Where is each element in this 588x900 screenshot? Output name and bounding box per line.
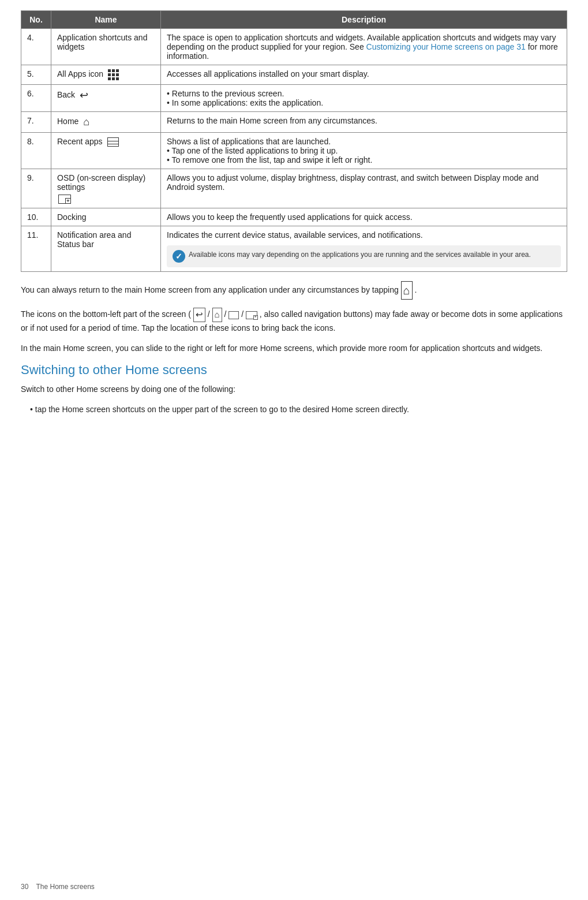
section-intro: Switch to other Home screens by doing on… — [21, 383, 567, 395]
info-icon: ✓ — [173, 250, 185, 263]
row-name: Docking — [51, 208, 161, 226]
home-icon-inline: ⌂ — [401, 281, 413, 300]
para-home-screens: In the main Home screen, you can slide t… — [21, 342, 567, 354]
section-heading: Switching to other Home screens — [21, 363, 567, 378]
row-no: 10. — [21, 208, 51, 226]
table-row: 9. OSD (on-screen display) settings + Al… — [21, 169, 567, 208]
row-name: Back ↩ — [51, 85, 161, 112]
page-number: 30 — [21, 883, 28, 891]
col-header-desc: Description — [161, 11, 567, 29]
recent-apps-icon — [107, 137, 119, 147]
main-table: No. Name Description 4. Application shor… — [21, 10, 567, 272]
row-no: 4. — [21, 29, 51, 65]
row-name: All Apps icon — [51, 65, 161, 85]
row-name: OSD (on-screen display) settings + — [51, 169, 161, 208]
row-name: Application shortcuts and widgets — [51, 29, 161, 65]
row-desc: Shows a list of applications that are la… — [161, 133, 567, 169]
row-no: 6. — [21, 85, 51, 112]
osd-icon: + — [58, 195, 71, 204]
row-name: Notification area and Status bar — [51, 226, 161, 272]
back-icon: ↩ — [80, 89, 88, 102]
row-desc: Indicates the current device status, ava… — [161, 226, 567, 272]
row-no: 9. — [21, 169, 51, 208]
table-row: 11. Notification area and Status bar Ind… — [21, 226, 567, 272]
osd-plus-icon: + — [65, 198, 71, 204]
link-customizing[interactable]: Customizing your Home screens on page 31 — [366, 42, 526, 51]
table-row: 7. Home ⌂ Returns to the main Home scree… — [21, 112, 567, 133]
chapter-title: The Home screens — [36, 883, 94, 891]
table-row: 10. Docking Allows you to keep the frequ… — [21, 208, 567, 226]
para-home-return: You can always return to the main Home s… — [21, 281, 567, 300]
home-icon-small: ⌂ — [212, 308, 222, 322]
note-text: Available icons may vary depending on th… — [189, 250, 531, 260]
row-desc: The space is open to application shortcu… — [161, 29, 567, 65]
recent-apps-icon-small — [229, 311, 239, 319]
row-name: Recent apps — [51, 133, 161, 169]
row-desc: Allows you to adjust volume, display bri… — [161, 169, 567, 208]
table-row: 4. Application shortcuts and widgets The… — [21, 29, 567, 65]
col-header-no: No. — [21, 11, 51, 29]
col-header-name: Name — [51, 11, 161, 29]
table-row: 8. Recent apps Shows a list of applicati… — [21, 133, 567, 169]
row-no: 7. — [21, 112, 51, 133]
table-row: 5. All Apps icon Accesses all applicatio… — [21, 65, 567, 85]
row-no: 8. — [21, 133, 51, 169]
row-name: Home ⌂ — [51, 112, 161, 133]
row-desc: Accesses all applications installed on y… — [161, 65, 567, 85]
row-no: 5. — [21, 65, 51, 85]
row-no: 11. — [21, 226, 51, 272]
note-box: ✓ Available icons may vary depending on … — [167, 245, 561, 267]
bullet-item: • tap the Home screen shortcuts on the u… — [21, 404, 567, 416]
table-row: 6. Back ↩ • Returns to the previous scre… — [21, 85, 567, 112]
all-apps-icon — [108, 69, 119, 80]
row-desc: • Returns to the previous screen. • In s… — [161, 85, 567, 112]
para-nav-icons: The icons on the bottom-left part of the… — [21, 308, 567, 334]
footer: 30 The Home screens — [21, 883, 95, 891]
home-icon: ⌂ — [83, 116, 89, 128]
osd-icon-small: + — [246, 311, 257, 319]
row-desc: Allows you to keep the frequently used a… — [161, 208, 567, 226]
back-icon-small: ↩ — [193, 308, 205, 322]
row-desc: Returns to the main Home screen from any… — [161, 112, 567, 133]
